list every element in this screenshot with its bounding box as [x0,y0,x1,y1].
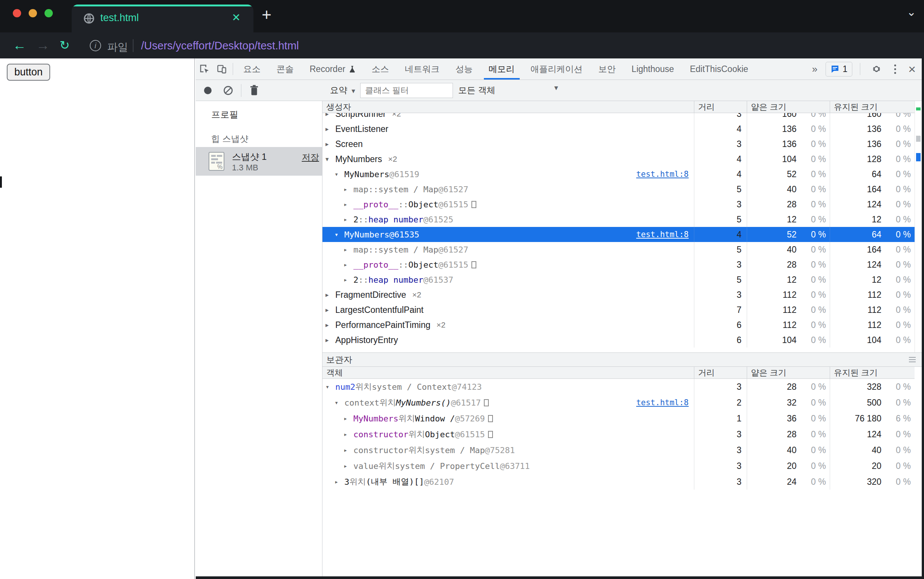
tab-소스[interactable]: 소스 [364,59,397,80]
snapshot-item[interactable]: % 스냅샷 1 1.3 MB 저장 [196,147,322,176]
disclosure-triangle-icon[interactable]: ▾ [334,231,344,238]
heap-constructor-row[interactable]: ▸map :: system / Map @615275400 %1640 % [323,182,914,197]
heap-constructor-row[interactable]: ▸Screen31360 %1360 % [323,136,914,152]
disclosure-triangle-icon[interactable]: ▸ [344,201,353,208]
disclosure-triangle-icon[interactable]: ▸ [326,321,335,329]
column-header-object[interactable]: 객체 [323,367,694,378]
retainer-row[interactable]: ▸3 위치 (내부 배열)[] @621073240 %3200 % [323,474,914,490]
retainer-row[interactable]: ▾context 위치 MyNumbers() @61517test.html:… [323,395,914,411]
tab-Recorder[interactable]: Recorder [302,59,364,80]
retainer-row[interactable]: ▸constructor 위치 system / Map @752813400 … [323,442,914,458]
disclosure-triangle-icon[interactable]: ▸ [344,430,353,438]
reload-icon[interactable]: ↻ [60,37,70,54]
column-header-shallow-size[interactable]: 얕은 크기 [747,101,830,113]
heap-constructor-row[interactable]: ▸ScriptRunner×231600 %1600 % [323,113,914,121]
column-header-shallow-size[interactable]: 얕은 크기 [747,367,830,378]
address-bar-url[interactable]: /Users/yceffort/Desktop/test.html [141,39,299,52]
tab-strip-chevron-icon[interactable]: ⌄ [907,5,916,18]
device-toolbar-icon[interactable] [213,61,231,78]
tab-네트워크[interactable]: 네트워크 [397,59,448,80]
disclosure-triangle-icon[interactable]: ▸ [344,261,353,268]
disclosure-triangle-icon[interactable]: ▸ [344,185,353,193]
tab-Lighthouse[interactable]: Lighthouse [624,59,682,80]
tab-애플리케이션[interactable]: 애플리케이션 [523,59,591,80]
tab-close-icon[interactable]: ✕ [232,11,241,24]
retainer-row[interactable]: ▸value 위치 system / PropertyCell @6371132… [323,458,914,474]
disclosure-triangle-icon[interactable]: ▸ [344,415,353,422]
retainer-row[interactable]: ▸MyNumbers 위치 Window / @572691360 %76 18… [323,411,914,426]
site-info-icon[interactable]: i [90,40,101,51]
column-header-constructor[interactable]: 생성자 [323,101,694,113]
column-header-distance[interactable]: 거리 [694,101,747,113]
retained-size-cell: 120 % [830,272,914,287]
disclosure-triangle-icon[interactable]: ▾ [334,399,344,406]
source-link[interactable]: test.html:8 [636,230,689,239]
window-minimize-button[interactable] [29,9,37,17]
retainers-menu-icon[interactable] [909,357,916,362]
disclosure-triangle-icon[interactable]: ▾ [326,155,335,163]
disclosure-triangle-icon[interactable]: ▸ [326,113,335,118]
forward-icon[interactable]: → [36,37,50,54]
heap-constructor-row[interactable]: ▸2 :: heap number @615255120 %120 % [323,212,914,227]
disclosure-triangle-icon[interactable]: ▾ [326,383,335,391]
heap-constructor-row[interactable]: ▸2 :: heap number @615375120 %120 % [323,272,914,287]
heap-constructor-row[interactable]: ▾MyNumbers @61535test.html:84520 %640 % [323,227,914,242]
heap-constructor-row[interactable]: ▸LargestContentfulPaint71120 %1120 % [323,302,914,317]
heap-constructor-row[interactable]: ▸__proto__ :: Object @615153280 %1240 % [323,257,914,272]
source-link[interactable]: test.html:8 [636,170,689,179]
delete-snapshot-icon[interactable] [249,85,259,96]
disclosure-triangle-icon[interactable]: ▸ [344,447,353,454]
close-devtools-icon[interactable]: × [905,62,919,75]
tab-성능[interactable]: 성능 [448,59,481,80]
heap-constructor-row[interactable]: ▸FragmentDirective×231120 %1120 % [323,287,914,302]
inspect-element-icon[interactable] [196,61,213,78]
heap-constructor-row[interactable]: ▸__proto__ :: Object @615153280 %1240 % [323,197,914,212]
disclosure-triangle-icon[interactable]: ▸ [326,125,335,133]
class-filter-input[interactable] [360,83,453,98]
retainer-row[interactable]: ▾num2 위치 system / Context @741233280 %32… [323,379,914,395]
tab-EditThisCookie[interactable]: EditThisCookie [682,59,756,80]
column-header-retained-size[interactable]: 유지된 크기 [830,367,914,378]
all-objects-select[interactable]: 모든 객체▼ [458,84,559,96]
disclosure-triangle-icon[interactable]: ▸ [326,140,335,148]
tab-보안[interactable]: 보안 [591,59,624,80]
source-link[interactable]: test.html:8 [636,398,689,407]
new-tab-button[interactable]: + [262,5,272,24]
tab-요소[interactable]: 요소 [235,59,269,80]
disclosure-triangle-icon[interactable]: ▸ [326,306,335,314]
page-button[interactable]: button [7,64,50,81]
browser-tab[interactable]: test.html ✕ [72,5,254,33]
column-header-retained-size[interactable]: 유지된 크기 [830,101,914,113]
disclosure-triangle-icon[interactable]: ▸ [344,276,353,283]
heap-constructor-row[interactable]: ▸AppHistoryEntry61040 %1040 % [323,332,914,348]
heap-constructor-row[interactable]: ▾MyNumbers×241040 %1280 % [323,152,914,167]
perspective-select[interactable]: 요약▼ [330,84,356,96]
settings-gear-icon[interactable] [868,61,885,78]
record-heap-icon[interactable] [204,87,211,94]
disclosure-triangle-icon[interactable]: ▸ [326,336,335,344]
heap-constructor-row[interactable]: ▸PerformancePaintTiming×261120 %1120 % [323,317,914,332]
heap-constructor-row[interactable]: ▸EventListener41360 %1360 % [323,121,914,136]
disclosure-triangle-icon[interactable]: ▸ [326,291,335,299]
tab-메모리[interactable]: 메모리 [481,59,523,80]
heap-constructor-row[interactable]: ▾MyNumbers @61519test.html:84520 %640 % [323,167,914,182]
disclosure-triangle-icon[interactable]: ▸ [344,216,353,223]
window-close-button[interactable] [13,9,21,17]
heap-constructor-row[interactable]: ▸map :: system / Map @615275400 %1640 % [323,242,914,257]
scrollbar-thumb[interactable] [916,136,921,142]
disclosure-triangle-icon[interactable]: ▸ [344,462,353,470]
back-icon[interactable]: ← [13,37,26,54]
window-zoom-button[interactable] [44,9,53,17]
tab-콘솔[interactable]: 콘솔 [269,59,302,80]
retainer-row[interactable]: ▸constructor 위치 Object @615153280 %1240 … [323,426,914,442]
clear-profiles-icon[interactable] [223,85,233,96]
devtools-more-options-icon[interactable] [890,64,900,74]
disclosure-triangle-icon[interactable]: ▸ [344,246,353,254]
snapshot-save-link[interactable]: 저장 [302,152,319,163]
more-tabs-icon[interactable]: » [809,63,820,75]
disclosure-triangle-icon[interactable]: ▾ [334,170,344,178]
issues-button[interactable]: 1 [826,62,852,77]
grid-scrollbar[interactable] [914,101,922,352]
disclosure-triangle-icon[interactable]: ▸ [334,478,344,486]
column-header-distance[interactable]: 거리 [694,367,747,378]
